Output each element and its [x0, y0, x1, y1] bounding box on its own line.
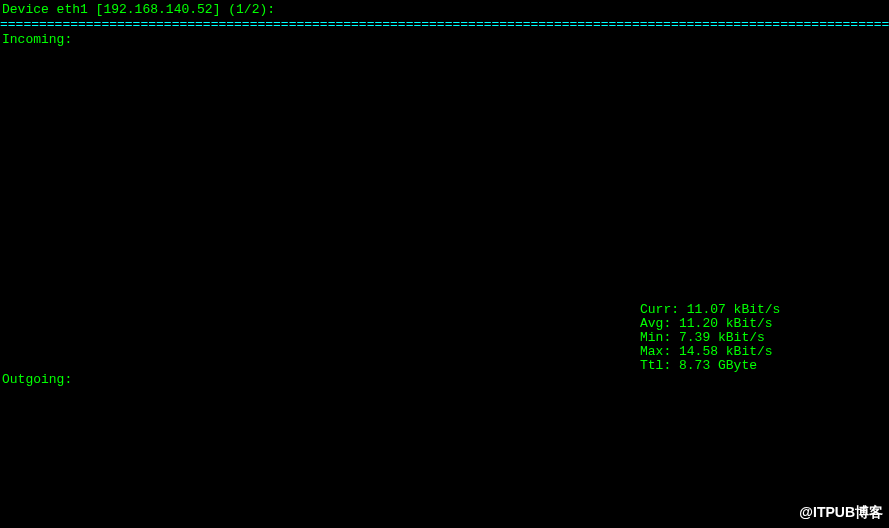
- stat-min: Min: 7.39 kBit/s: [640, 331, 780, 345]
- terminal-output: Device eth1 [192.168.140.52] (1/2): ====…: [0, 0, 889, 49]
- stat-ttl: Ttl: 8.73 GByte: [640, 359, 780, 373]
- outgoing-label: Outgoing:: [2, 372, 72, 387]
- incoming-stats: Curr: 11.07 kBit/s Avg: 11.20 kBit/s Min…: [640, 303, 780, 373]
- stat-curr: Curr: 11.07 kBit/s: [640, 303, 780, 317]
- divider: ========================================…: [0, 17, 889, 32]
- watermark: @ITPUB博客: [799, 504, 883, 522]
- device-header: Device eth1 [192.168.140.52] (1/2):: [0, 2, 889, 17]
- stat-avg: Avg: 11.20 kBit/s: [640, 317, 780, 331]
- stat-max: Max: 14.58 kBit/s: [640, 345, 780, 359]
- incoming-label: Incoming:: [0, 32, 889, 47]
